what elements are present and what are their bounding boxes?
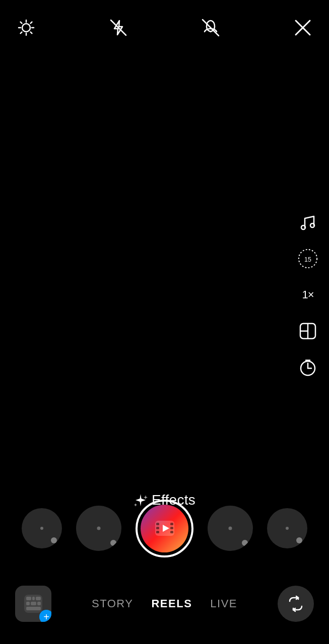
filter-slot-1[interactable] <box>22 508 62 548</box>
speed-label: 1× <box>302 288 313 301</box>
filter-slot-5[interactable] <box>267 508 307 548</box>
svg-rect-32 <box>31 602 36 605</box>
svg-rect-19 <box>156 523 159 525</box>
timer-button[interactable]: 15 <box>297 248 319 270</box>
tab-live[interactable]: LIVE <box>210 597 237 610</box>
nav-tabs: STORY REELS LIVE <box>51 597 278 610</box>
svg-point-6 <box>310 223 314 227</box>
speed-button[interactable]: 1× <box>297 284 319 306</box>
svg-line-2 <box>203 20 219 36</box>
settings-button[interactable] <box>15 17 37 39</box>
gallery-add-icon: + <box>39 610 51 622</box>
voice-button[interactable] <box>200 17 222 39</box>
svg-text:15: 15 <box>304 256 311 263</box>
tab-reels[interactable]: REELS <box>151 597 192 610</box>
filter-slot-2[interactable] <box>76 506 121 551</box>
top-bar <box>0 0 329 45</box>
svg-point-25 <box>229 527 232 530</box>
svg-rect-24 <box>170 531 173 533</box>
svg-rect-33 <box>37 602 41 605</box>
svg-rect-20 <box>156 527 159 529</box>
right-toolbar: 15 1× <box>297 211 319 378</box>
flash-button[interactable] <box>107 17 129 39</box>
svg-rect-31 <box>26 602 30 605</box>
capture-bar <box>0 496 329 561</box>
tab-story[interactable]: STORY <box>92 597 134 610</box>
svg-rect-34 <box>26 607 41 610</box>
close-button[interactable] <box>292 17 314 39</box>
filter-slot-4[interactable] <box>208 506 253 551</box>
music-button[interactable] <box>297 211 319 233</box>
svg-point-0 <box>22 24 30 32</box>
svg-rect-28 <box>26 597 31 600</box>
svg-rect-30 <box>36 597 41 600</box>
svg-point-17 <box>97 527 101 530</box>
svg-point-5 <box>301 225 305 229</box>
bottom-nav: + STORY REELS LIVE <box>0 564 329 644</box>
gallery-button[interactable]: + <box>15 586 51 622</box>
svg-rect-22 <box>170 523 173 525</box>
capture-inner <box>141 505 188 552</box>
svg-rect-23 <box>170 527 173 529</box>
reels-icon <box>152 516 177 541</box>
flip-camera-button[interactable] <box>278 586 314 622</box>
svg-point-26 <box>286 527 289 530</box>
countdown-button[interactable] <box>297 356 319 378</box>
svg-point-16 <box>40 527 43 530</box>
svg-rect-29 <box>32 597 35 600</box>
svg-rect-21 <box>156 531 159 533</box>
layout-button[interactable] <box>297 320 319 342</box>
capture-button[interactable] <box>136 500 193 557</box>
